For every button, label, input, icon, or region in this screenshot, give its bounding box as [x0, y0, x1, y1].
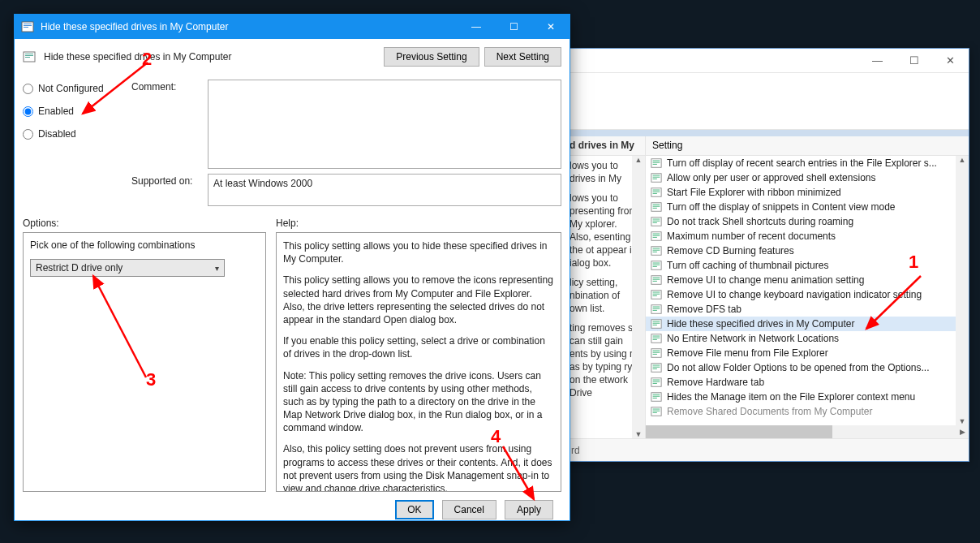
- settings-row[interactable]: Do not allow Folder Options to be opened…: [646, 360, 969, 375]
- settings-row-label: Do not track Shell shortcuts during roam…: [667, 216, 853, 227]
- radio-enabled-input[interactable]: [23, 106, 33, 117]
- svg-rect-21: [653, 234, 660, 235]
- svg-rect-52: [651, 349, 661, 358]
- next-setting-button[interactable]: Next Setting: [484, 47, 561, 67]
- hscroll-right-arrow[interactable]: ▶: [956, 425, 969, 438]
- svg-rect-44: [651, 320, 661, 329]
- help-paragraph: This policy setting allows you to remove…: [283, 274, 554, 326]
- settings-hscroll[interactable]: ▶: [646, 425, 969, 438]
- settings-row-label: Start File Explorer with ribbon minimize…: [667, 187, 841, 198]
- svg-rect-7: [653, 179, 657, 179]
- minimize-button[interactable]: —: [859, 49, 896, 73]
- policy-row-icon: [651, 318, 662, 330]
- settings-row-label: Remove File menu from File Explorer: [667, 347, 828, 359]
- settings-row[interactable]: Maximum number of recent documents: [646, 229, 969, 243]
- group-policy-editor-window: — ☐ ✕ d drives in My lows you to drives …: [564, 48, 969, 462]
- svg-rect-57: [653, 365, 660, 366]
- dialog-maximize-button[interactable]: ☐: [495, 15, 532, 39]
- settings-row[interactable]: Remove Hardware tab: [646, 375, 969, 390]
- svg-rect-48: [651, 334, 661, 343]
- options-panel: Pick one of the following combinations R…: [23, 232, 266, 492]
- supported-on-box: At least Windows 2000: [208, 174, 561, 206]
- radio-not-configured-label: Not Configured: [38, 83, 104, 94]
- policy-row-icon: [651, 172, 662, 183]
- settings-row[interactable]: Turn off display of recent search entrie…: [646, 156, 969, 170]
- dialog-title: Hide these specified drives in My Comput…: [41, 21, 228, 32]
- settings-row[interactable]: Remove File menu from File Explorer: [646, 346, 969, 360]
- svg-rect-13: [653, 205, 660, 205]
- radio-disabled-input[interactable]: [23, 129, 33, 140]
- radio-enabled[interactable]: Enabled: [23, 106, 128, 117]
- settings-row[interactable]: Hide these specified drives in My Comput…: [646, 317, 969, 331]
- settings-row[interactable]: No Entire Network in Network Locations: [646, 331, 969, 346]
- svg-rect-1: [653, 161, 660, 162]
- settings-row[interactable]: Turn off caching of thumbnail pictures: [646, 258, 969, 273]
- maximize-button[interactable]: ☐: [896, 49, 932, 73]
- settings-row-label: Remove UI to change keyboard navigation …: [667, 289, 922, 300]
- hscroll-thumb[interactable]: [646, 425, 832, 438]
- dialog-close-button[interactable]: ✕: [532, 15, 570, 39]
- settings-row[interactable]: Remove UI to change menu animation setti…: [646, 273, 969, 287]
- svg-rect-2: [653, 162, 660, 163]
- radio-disabled-label: Disabled: [38, 128, 76, 140]
- svg-rect-18: [653, 221, 660, 222]
- svg-rect-5: [653, 175, 660, 176]
- settings-row[interactable]: Remove CD Burning features: [646, 243, 969, 258]
- svg-rect-43: [653, 310, 657, 311]
- svg-rect-4: [651, 174, 661, 183]
- drives-combo[interactable]: Restrict D drive only ▾: [30, 259, 225, 277]
- settings-row[interactable]: Remove Shared Documents from My Computer: [646, 404, 969, 419]
- settings-row[interactable]: Do not track Shell shortcuts during roam…: [646, 214, 969, 229]
- settings-list[interactable]: Turn off display of recent search entrie…: [646, 156, 969, 425]
- settings-row-label: No Entire Network in Network Locations: [667, 333, 839, 344]
- svg-rect-54: [653, 352, 660, 353]
- drives-combo-value: Restrict D drive only: [36, 262, 122, 274]
- svg-rect-11: [653, 193, 657, 194]
- svg-rect-14: [653, 206, 660, 207]
- settings-row[interactable]: Remove UI to change keyboard navigation …: [646, 287, 969, 302]
- svg-rect-19: [653, 222, 657, 223]
- dialog-minimize-button[interactable]: —: [458, 15, 495, 39]
- apply-button[interactable]: Apply: [505, 500, 553, 519]
- policy-row-icon: [651, 231, 662, 242]
- help-paragraph: This policy setting allows you to hide t…: [283, 239, 554, 265]
- supported-on-value: At least Windows 2000: [213, 178, 312, 189]
- svg-rect-24: [651, 247, 661, 256]
- ok-button[interactable]: OK: [395, 500, 433, 519]
- svg-rect-49: [653, 336, 660, 337]
- svg-rect-8: [651, 188, 661, 197]
- radio-not-configured[interactable]: Not Configured: [23, 83, 128, 94]
- svg-rect-28: [651, 261, 661, 270]
- policy-row-icon: [651, 187, 662, 198]
- cancel-button[interactable]: Cancel: [442, 500, 496, 519]
- svg-rect-77: [25, 54, 33, 54]
- backwin-selection-band: [565, 130, 969, 136]
- settings-row[interactable]: Hides the Manage item on the File Explor…: [646, 390, 969, 404]
- policy-row-icon: [651, 201, 662, 213]
- settings-row[interactable]: Allow only per user or approved shell ex…: [646, 170, 969, 185]
- backwin-right-pane: Setting Turn off display of recent searc…: [646, 136, 969, 438]
- supported-on-label: Supported on:: [131, 174, 204, 187]
- settings-scrollbar[interactable]: ▲▼: [956, 156, 969, 425]
- previous-setting-button[interactable]: Previous Setting: [384, 47, 479, 67]
- svg-rect-26: [653, 250, 660, 251]
- backwin-statusbar: rd: [565, 438, 969, 461]
- radio-not-configured-input[interactable]: [23, 84, 33, 94]
- policy-row-icon: [651, 245, 662, 256]
- settings-row[interactable]: Turn off the display of snippets in Cont…: [646, 200, 969, 214]
- policy-row-icon: [651, 406, 662, 417]
- settings-row[interactable]: Remove DFS tab: [646, 302, 969, 317]
- settings-row-label: Remove Shared Documents from My Computer: [667, 406, 872, 417]
- help-panel[interactable]: This policy setting allows you to hide t…: [276, 232, 561, 492]
- settings-column-header[interactable]: Setting: [646, 136, 969, 156]
- close-button[interactable]: ✕: [932, 49, 969, 73]
- policy-row-icon: [651, 157, 662, 169]
- svg-rect-59: [653, 368, 657, 369]
- policy-row-icon: [651, 347, 662, 359]
- settings-row-label: Remove CD Burning features: [667, 245, 794, 256]
- radio-disabled[interactable]: Disabled: [23, 128, 128, 140]
- comment-textarea[interactable]: [208, 80, 561, 169]
- help-paragraph: Also, this policy setting does not preve…: [283, 442, 554, 492]
- settings-row[interactable]: Start File Explorer with ribbon minimize…: [646, 185, 969, 200]
- backwin-left-scrollbar[interactable]: ▲▼: [632, 156, 645, 438]
